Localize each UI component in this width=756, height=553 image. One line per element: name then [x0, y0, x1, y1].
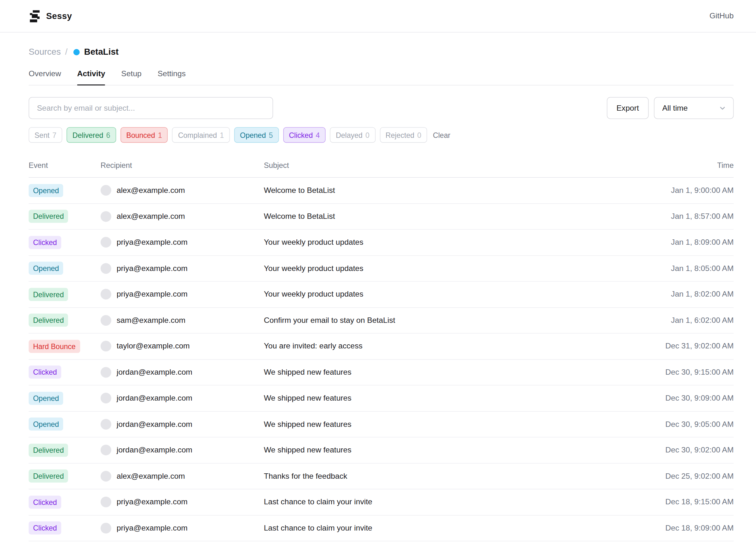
table-row[interactable]: Delivered priya@example.com Your weekly …	[29, 282, 734, 308]
recipient-email: jordan@example.com	[117, 394, 192, 403]
filter-chip-count: 0	[365, 131, 369, 139]
event-badge: Opened	[29, 184, 64, 197]
table-row[interactable]: Delivered alex@example.com Thanks for th…	[29, 463, 734, 489]
recipient-email: priya@example.com	[117, 524, 187, 533]
event-badge: Delivered	[29, 470, 68, 482]
recipient-cell: sam@example.com	[100, 315, 264, 326]
breadcrumb-sources-link[interactable]: Sources	[29, 47, 61, 57]
filter-chip-label: Delivered	[72, 131, 103, 139]
filter-chip[interactable]: Delivered 6	[67, 127, 116, 143]
event-badge: Delivered	[29, 444, 68, 457]
avatar	[100, 471, 112, 482]
table-row[interactable]: Clicked priya@example.com Last chance to…	[29, 516, 734, 541]
recipient-cell: priya@example.com	[100, 263, 264, 274]
recipient-cell: priya@example.com	[100, 523, 264, 533]
recipient-email: alex@example.com	[117, 186, 185, 195]
filter-chip[interactable]: Bounced 1	[121, 127, 168, 143]
recipient-cell: priya@example.com	[100, 237, 264, 248]
recipient-cell: alex@example.com	[100, 185, 264, 196]
sessy-logo-icon	[30, 10, 40, 22]
subject-cell: Your weekly product updates	[264, 264, 627, 273]
event-badge: Clicked	[29, 495, 61, 508]
filter-chip-label: Complained	[178, 131, 217, 139]
event-badge: Clicked	[29, 236, 61, 249]
event-cell: Clicked	[29, 236, 100, 249]
filter-chip[interactable]: Opened 5	[234, 127, 279, 143]
time-range-select[interactable]: All time	[654, 97, 734, 119]
top-nav: GitHub	[709, 12, 734, 20]
table-row[interactable]: Clicked priya@example.com Last chance to…	[29, 489, 734, 516]
avatar	[100, 341, 112, 351]
recipient-cell: alex@example.com	[100, 211, 264, 222]
tab[interactable]: Activity	[77, 70, 106, 86]
brand-link[interactable]: Sessy	[30, 10, 72, 22]
table-row[interactable]: Delivered sam@example.com Confirm your e…	[29, 308, 734, 333]
recipient-cell: priya@example.com	[100, 497, 264, 507]
time-cell: Jan 1, 8:09:00 AM	[627, 238, 734, 247]
event-badge: Clicked	[29, 366, 61, 379]
time-cell: Dec 30, 9:02:00 AM	[627, 446, 734, 455]
table-row[interactable]: Delivered jordan@example.com We shipped …	[29, 437, 734, 463]
brand-name: Sessy	[46, 11, 72, 21]
recipient-email: alex@example.com	[117, 212, 185, 221]
table-row[interactable]: Opened jordan@example.com We shipped new…	[29, 385, 734, 411]
event-badge: Opened	[29, 392, 64, 405]
tab[interactable]: Settings	[157, 70, 186, 86]
event-cell: Clicked	[29, 522, 100, 534]
subject-cell: Confirm your email to stay on BetaList	[264, 316, 627, 325]
column-header-recipient: Recipient	[100, 161, 264, 170]
avatar	[100, 185, 112, 196]
search-input[interactable]	[29, 97, 273, 119]
table-row[interactable]: Hard Bounce taylor@example.com You are i…	[29, 333, 734, 360]
filter-chip[interactable]: Clicked 4	[283, 127, 326, 143]
breadcrumb-separator: /	[65, 47, 68, 57]
event-badge: Delivered	[29, 210, 68, 223]
recipient-cell: alex@example.com	[100, 471, 264, 482]
time-cell: Jan 1, 8:05:00 AM	[627, 264, 734, 273]
column-header-subject: Subject	[264, 161, 627, 170]
toolbar: Export All time	[29, 97, 734, 119]
table-row[interactable]: Opened priya@example.com Your weekly pro…	[29, 255, 734, 282]
time-range-value: All time	[662, 104, 688, 112]
table-row[interactable]: Clicked priya@example.com Your weekly pr…	[29, 230, 734, 255]
filter-chip[interactable]: Delayed 0	[330, 127, 375, 143]
filter-chip-label: Opened	[240, 131, 266, 139]
table-row[interactable]: Delivered alex@example.com Welcome to Be…	[29, 204, 734, 230]
event-cell: Delivered	[29, 210, 100, 223]
avatar	[100, 237, 112, 248]
filter-chip[interactable]: Rejected 0	[380, 127, 427, 143]
filter-chip[interactable]: Sent 7	[29, 127, 62, 143]
tab-bar: Overview Activity Setup Settings	[29, 70, 734, 86]
recipient-email: priya@example.com	[117, 264, 187, 273]
recipient-email: priya@example.com	[117, 290, 187, 299]
time-cell: Dec 18, 9:15:00 AM	[627, 498, 734, 506]
breadcrumb: Sources / BetaList	[29, 32, 734, 57]
table-body: Opened alex@example.com Welcome to BetaL…	[29, 178, 734, 541]
event-cell: Opened	[29, 184, 100, 197]
time-cell: Dec 30, 9:09:00 AM	[627, 394, 734, 403]
filter-chip-count: 5	[269, 131, 273, 139]
recipient-email: jordan@example.com	[117, 446, 192, 455]
avatar	[100, 523, 112, 533]
top-bar: Sessy GitHub	[0, 0, 756, 32]
table-row[interactable]: Opened alex@example.com Welcome to BetaL…	[29, 178, 734, 204]
table-row[interactable]: Clicked jordan@example.com We shipped ne…	[29, 360, 734, 385]
filter-chip-label: Clicked	[289, 131, 313, 139]
recipient-cell: jordan@example.com	[100, 419, 264, 430]
app-window: Sessy GitHub Sources / BetaList Overview…	[0, 0, 756, 553]
tab[interactable]: Overview	[29, 70, 61, 86]
time-cell: Dec 31, 9:02:00 AM	[627, 342, 734, 350]
event-cell: Opened	[29, 262, 100, 275]
github-link[interactable]: GitHub	[709, 12, 734, 20]
tab[interactable]: Setup	[121, 70, 141, 86]
subject-cell: Your weekly product updates	[264, 238, 627, 247]
table-row[interactable]: Opened jordan@example.com We shipped new…	[29, 411, 734, 437]
event-cell: Hard Bounce	[29, 339, 100, 352]
clear-filters-button[interactable]: Clear	[433, 131, 450, 139]
avatar	[100, 367, 112, 378]
export-button[interactable]: Export	[607, 97, 648, 119]
filter-chip[interactable]: Complained 1	[172, 127, 230, 143]
filter-chip-label: Rejected	[386, 131, 414, 139]
event-cell: Delivered	[29, 314, 100, 327]
avatar	[100, 211, 112, 222]
